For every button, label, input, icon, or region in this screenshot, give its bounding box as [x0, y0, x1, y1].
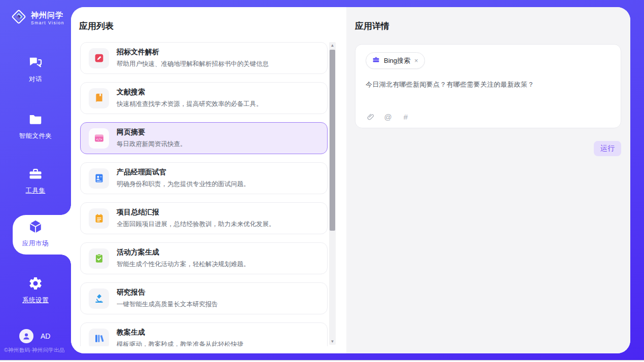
- books-icon: [89, 329, 109, 347]
- interviewer-icon: [89, 168, 109, 189]
- main-content: 应用列表 招标文件解析帮助用户快速、准确地理解和解析招标书中的关键信息 文献搜索…: [71, 7, 630, 353]
- mention-icon[interactable]: @: [383, 112, 392, 121]
- app-card[interactable]: 研究报告一键智能生成高质量长文本研究报告: [80, 282, 328, 314]
- chat-icon: [28, 55, 43, 70]
- user-name: AD: [41, 332, 50, 340]
- toolbox-icon: [28, 166, 43, 182]
- browser-code-icon: </>: [89, 128, 109, 149]
- edit-document-icon: [89, 48, 109, 68]
- bubble-curve-top: [61, 205, 71, 215]
- scroll-up-icon[interactable]: ▲: [329, 42, 336, 49]
- scrollbar[interactable]: ▲ ▼: [329, 42, 336, 345]
- app-card[interactable]: 活动方案生成智能生成个性化活动方案，轻松解决规划难题。: [80, 242, 328, 274]
- app-list-title: 应用列表: [79, 20, 346, 32]
- app-card-title: 产品经理面试官: [117, 168, 250, 177]
- sidebar-item-chat[interactable]: 对话: [0, 55, 71, 84]
- brand-logo: 神州问学 Smart Vision: [10, 8, 64, 27]
- tool-chip-bing-search[interactable]: Bing搜索 ×: [366, 52, 425, 69]
- prompt-toolbar: @#: [366, 112, 410, 121]
- microscope-icon: [89, 288, 109, 309]
- app-card-title: 文献搜索: [117, 88, 263, 97]
- app-detail-title: 应用详情: [355, 20, 621, 32]
- run-row: 运行: [355, 141, 621, 156]
- query-text[interactable]: 今日湖北有哪些新闻要点？有哪些需要关注的最新政策？: [366, 80, 611, 89]
- app-card-description: 快速精准查找学术资源，提高研究效率的必备工具。: [117, 100, 263, 108]
- hash-icon[interactable]: #: [401, 112, 410, 121]
- book-icon: [89, 88, 109, 108]
- sidebar-item-label: 系统设置: [0, 296, 71, 305]
- app-card-title: 教案生成: [117, 328, 243, 337]
- app-detail-panel: 应用详情 Bing搜索 × 今日湖北有哪些新闻要点？有哪些需要关注的最新政策？: [346, 7, 630, 353]
- brand-subtitle: Smart Vision: [31, 20, 64, 25]
- sidebar-item-toolset[interactable]: 工具集: [0, 166, 71, 195]
- sidebar-item-label: 应用市场: [0, 239, 71, 248]
- scroll-down-icon[interactable]: ▼: [329, 338, 336, 345]
- app-card-description: 全面回顾项目进展，总结经验教训，助力未来优化发展。: [117, 220, 275, 229]
- app-card-description: 智能生成个性化活动方案，轻松解决规划难题。: [117, 260, 250, 269]
- app-card-description: 模板驱动，教案秒成，教学准备从此轻松快捷: [117, 340, 243, 346]
- diamond-logo-icon: [10, 8, 27, 27]
- user-avatar-icon: [19, 329, 33, 343]
- app-card-title: 项目总结汇报: [117, 208, 275, 217]
- app-card[interactable]: </>网页摘要每日政府新闻资讯快查。: [80, 122, 328, 154]
- prompt-input-card[interactable]: Bing搜索 × 今日湖北有哪些新闻要点？有哪些需要关注的最新政策？ @#: [355, 44, 621, 128]
- app-card-description: 明确身份和职责，为您提供专业性的面试问题。: [117, 180, 250, 189]
- app-list-panel: 应用列表 招标文件解析帮助用户快速、准确地理解和解析招标书中的关键信息 文献搜索…: [71, 7, 346, 353]
- app-card-title: 招标文件解析: [117, 48, 269, 57]
- sidebar-item-label: 智能文件夹: [0, 132, 71, 140]
- svg-text:</>: </>: [96, 137, 102, 141]
- bubble-curve-bottom: [61, 255, 71, 265]
- sidebar-item-app-market[interactable]: 应用市场: [0, 219, 71, 248]
- sidebar: 神州问学 Smart Vision 对话 智能文件夹 工具集 应用市场 系统设置…: [0, 0, 71, 360]
- cube-icon: [28, 219, 43, 234]
- app-card-title: 网页摘要: [117, 128, 187, 137]
- user-badge[interactable]: AD: [19, 329, 50, 343]
- scrollbar-thumb[interactable]: [330, 50, 335, 231]
- app-card[interactable]: 招标文件解析帮助用户快速、准确地理解和解析招标书中的关键信息: [80, 42, 328, 74]
- sidebar-item-label: 工具集: [0, 187, 71, 195]
- app-card[interactable]: 产品经理面试官明确身份和职责，为您提供专业性的面试问题。: [80, 162, 328, 194]
- report-note-icon: [89, 208, 109, 229]
- sidebar-item-settings[interactable]: 系统设置: [0, 276, 71, 305]
- app-card[interactable]: 文献搜索快速精准查找学术资源，提高研究效率的必备工具。: [80, 82, 328, 114]
- app-card[interactable]: 项目总结汇报全面回顾项目进展，总结经验教训，助力未来优化发展。: [80, 202, 328, 234]
- app-card-description: 一键智能生成高质量长文本研究报告: [117, 300, 218, 309]
- copyright-text: ©神州数码·神州问学出品: [4, 347, 72, 354]
- app-card-title: 研究报告: [117, 288, 218, 297]
- tool-chip-label: Bing搜索: [384, 56, 410, 65]
- app-window: 神州问学 Smart Vision 对话 智能文件夹 工具集 应用市场 系统设置…: [0, 0, 644, 362]
- folder-icon: [28, 112, 43, 127]
- close-icon[interactable]: ×: [414, 57, 418, 64]
- sidebar-item-label: 对话: [0, 75, 71, 84]
- briefcase-icon: [372, 56, 380, 65]
- app-card-description: 帮助用户快速、准确地理解和解析招标书中的关键信息: [117, 60, 269, 68]
- gear-icon: [28, 276, 43, 291]
- app-card-title: 活动方案生成: [117, 248, 250, 257]
- app-card[interactable]: 教案生成模板驱动，教案秒成，教学准备从此轻松快捷: [80, 322, 328, 346]
- app-card-list: 招标文件解析帮助用户快速、准确地理解和解析招标书中的关键信息 文献搜索快速精准查…: [80, 42, 328, 346]
- brand-name: 神州问学: [31, 11, 64, 20]
- app-card-description: 每日政府新闻资讯快查。: [117, 140, 187, 149]
- clipboard-check-icon: [89, 248, 109, 269]
- attachment-icon[interactable]: [366, 112, 375, 121]
- run-button[interactable]: 运行: [594, 141, 621, 156]
- sidebar-item-smart-folders[interactable]: 智能文件夹: [0, 112, 71, 140]
